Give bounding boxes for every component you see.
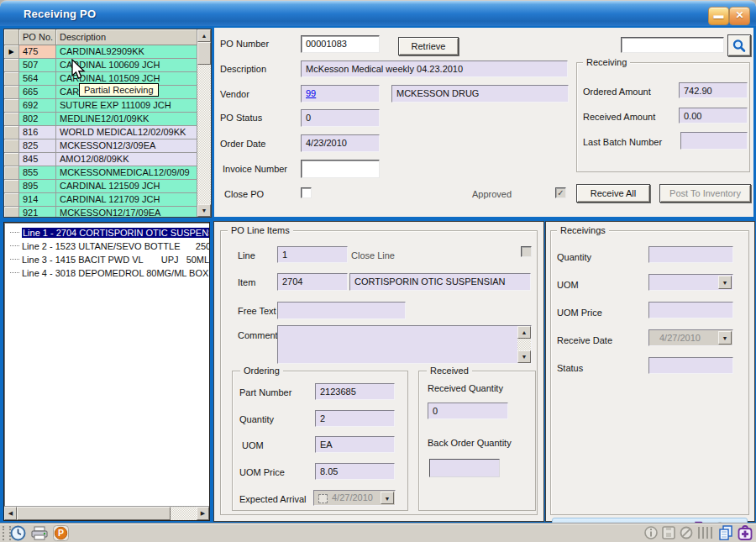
printer-icon[interactable]: [31, 526, 48, 540]
p-badge-icon[interactable]: P: [53, 525, 69, 541]
po-grid-row[interactable]: 855MCKESSONMEDICAL12/09/09: [4, 166, 197, 180]
po-number-cell[interactable]: 914: [19, 193, 56, 207]
dropdown-arrow-icon[interactable]: ▼: [381, 492, 394, 504]
dropdown-arrow-icon[interactable]: ▼: [718, 331, 732, 345]
receivings-uom-price-field[interactable]: [648, 302, 733, 318]
save-icon[interactable]: [661, 525, 676, 540]
add-kit-icon[interactable]: [737, 524, 753, 541]
dropdown-arrow-icon[interactable]: ▼: [718, 276, 732, 289]
po-number-cell[interactable]: 816: [19, 126, 56, 139]
cancel-icon[interactable]: [679, 525, 694, 540]
ordering-uom-field[interactable]: EA: [315, 436, 395, 453]
po-grid-row[interactable]: 507CARDINAL 100609 JCH: [4, 59, 197, 72]
description-cell[interactable]: SUTURE EXP 111009 JCH: [56, 99, 197, 113]
search-button[interactable]: [727, 34, 751, 56]
scroll-left-button[interactable]: ◀: [4, 507, 17, 520]
po-number-cell[interactable]: 855: [19, 166, 56, 180]
description-cell[interactable]: MCKESSON12/17/09EA: [56, 207, 197, 217]
scroll-up-button[interactable]: ▲: [517, 326, 531, 339]
po-grid-row[interactable]: 895CARDINAL 121509 JCH: [4, 180, 197, 193]
receivings-quantity-field[interactable]: [648, 246, 733, 263]
receivings-status-field[interactable]: [648, 357, 733, 374]
po-number-cell[interactable]: 825: [19, 139, 56, 153]
item-description-field[interactable]: CORTISPORIN OTIC SUSPENSIAN: [349, 273, 531, 291]
row-selector[interactable]: [4, 166, 19, 180]
vendor-name-field[interactable]: MCKESSON DRUG: [391, 85, 569, 103]
po-number-cell[interactable]: 475: [19, 45, 56, 59]
po-number-cell[interactable]: 692: [19, 99, 56, 113]
row-selector[interactable]: [4, 139, 19, 153]
comments-scrollbar[interactable]: ▲ ▼: [517, 326, 531, 363]
invoice-number-input[interactable]: [301, 160, 380, 178]
vendor-code-link[interactable]: 99: [306, 88, 316, 98]
po-grid-row[interactable]: 802MEDLINE12/01/09KK: [4, 113, 197, 126]
ordering-uom-price-field[interactable]: 8.05: [315, 463, 395, 480]
po-grid-vertical-scrollbar[interactable]: ▲ ▼: [197, 29, 211, 217]
scroll-up-button[interactable]: ▲: [197, 29, 211, 42]
vendor-code-field[interactable]: 99: [301, 85, 380, 103]
po-number-cell[interactable]: 665: [19, 86, 56, 99]
received-quantity-field[interactable]: 0: [428, 403, 508, 419]
receive-date-combo[interactable]: 4/27/2010 ▼: [648, 329, 733, 346]
last-batch-number-field[interactable]: [680, 132, 748, 150]
description-cell[interactable]: CARDINAL 121509 JCH: [56, 180, 197, 193]
row-selector[interactable]: [4, 99, 19, 113]
close-po-checkbox[interactable]: [301, 187, 312, 198]
row-selector[interactable]: [4, 86, 19, 99]
post-to-inventory-button[interactable]: Post To Inventory: [659, 184, 751, 203]
column-header-po-no[interactable]: PO No.: [19, 29, 56, 45]
po-number-input[interactable]: 00001083: [301, 35, 380, 53]
expected-arrival-combo[interactable]: 4/27/2010 ▼: [313, 490, 396, 506]
order-date-field[interactable]: 4/23/2010: [301, 134, 380, 152]
tree-item[interactable]: Line 2 - 1523 ULTANE/SEVO BOTTLE 250ML: [4, 239, 209, 253]
receive-all-button[interactable]: Receive All: [576, 184, 650, 203]
scroll-track[interactable]: [197, 42, 211, 204]
po-grid-row[interactable]: ▶475CARDINAL92909KK: [4, 45, 197, 59]
close-line-checkbox[interactable]: [521, 246, 532, 257]
description-cell[interactable]: CARDINAL92909KK: [56, 45, 197, 59]
po-number-cell[interactable]: 895: [19, 180, 56, 193]
po-grid-row[interactable]: 921MCKESSON12/17/09EA: [4, 207, 197, 217]
po-grid-row[interactable]: 816WORLD MEDICAL12/02/09KK: [4, 126, 197, 139]
po-grid-row[interactable]: 692SUTURE EXP 111009 JCH: [4, 99, 197, 113]
row-selector[interactable]: [4, 59, 19, 72]
po-status-field[interactable]: 0: [301, 109, 380, 127]
scroll-thumb[interactable]: [197, 42, 211, 65]
tree-item[interactable]: Line 3 - 1415 BACIT PWD VL UPJ 50ML: [4, 253, 209, 266]
retrieve-button[interactable]: Retrieve: [398, 37, 459, 55]
scroll-track[interactable]: [517, 339, 531, 350]
scroll-down-button[interactable]: ▼: [517, 350, 531, 363]
info-icon[interactable]: [643, 525, 659, 540]
description-cell[interactable]: CARDINAL 121709 JCH: [56, 193, 197, 207]
description-field[interactable]: McKesson Medical weekly 04.23.2010: [301, 61, 568, 77]
back-order-quantity-field[interactable]: [429, 459, 500, 477]
po-grid-row[interactable]: 845AMO12/08/09KK: [4, 153, 197, 166]
received-amount-field[interactable]: 0.00: [679, 108, 748, 124]
receivings-uom-combo[interactable]: ▼: [648, 274, 733, 291]
tree-item[interactable]: Line 4 - 3018 DEPOMEDROL 80MG/ML BOX: [4, 266, 209, 280]
close-button[interactable]: ✕: [729, 7, 750, 25]
po-number-cell[interactable]: 802: [19, 113, 56, 126]
row-selector[interactable]: [4, 153, 19, 166]
description-cell[interactable]: MCKESSONMEDICAL12/09/09: [56, 166, 197, 180]
tree-item[interactable]: Line 1 - 2704 CORTISPORIN OTIC SUSPENSIA…: [4, 226, 209, 239]
scroll-thumb[interactable]: [17, 507, 171, 520]
row-selector[interactable]: [4, 72, 19, 86]
expected-arrival-checkbox[interactable]: [318, 494, 328, 503]
approved-checkbox[interactable]: ✓: [555, 187, 566, 198]
po-number-cell[interactable]: 845: [19, 153, 56, 166]
po-grid-row[interactable]: 825MCKESSON12/3/09EA: [4, 139, 197, 153]
clock-icon[interactable]: [10, 525, 26, 541]
part-number-field[interactable]: 2123685: [315, 383, 395, 400]
comments-textarea[interactable]: [277, 325, 532, 364]
search-input[interactable]: [621, 37, 724, 53]
description-cell[interactable]: MEDLINE12/01/09KK: [56, 113, 197, 126]
description-cell[interactable]: MCKESSON12/3/09EA: [56, 139, 197, 153]
item-code-field[interactable]: 2704: [277, 273, 348, 291]
row-selector[interactable]: [4, 193, 19, 207]
minimize-button[interactable]: ▬: [708, 7, 729, 25]
row-selector[interactable]: ▶: [4, 45, 19, 59]
po-number-cell[interactable]: 507: [19, 59, 56, 72]
copy-pages-icon[interactable]: [717, 524, 734, 541]
ordered-amount-field[interactable]: 742.90: [679, 82, 748, 98]
